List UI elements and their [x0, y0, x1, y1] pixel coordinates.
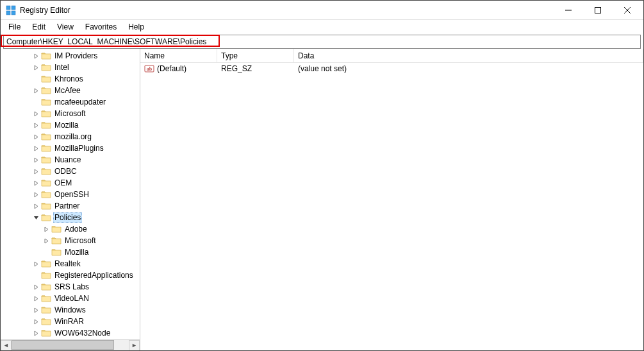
tree-item-label: Windows — [53, 305, 87, 314]
tree-item[interactable]: mozilla.org — [1, 131, 140, 142]
folder-icon — [41, 190, 51, 199]
chevron-right-icon[interactable] — [42, 225, 51, 234]
tree-item[interactable]: Mozilla — [1, 246, 140, 258]
tree-scroll[interactable]: IM ProvidersIntelKhronosMcAfeemcafeeupda… — [1, 49, 140, 339]
menu-view[interactable]: View — [52, 21, 79, 33]
tree-item-label: OpenSSH — [53, 190, 90, 199]
tree-item[interactable]: Windows — [1, 304, 140, 316]
folder-icon — [41, 86, 51, 95]
column-header-type[interactable]: Type — [217, 49, 294, 62]
folder-icon — [41, 178, 51, 187]
chevron-right-icon[interactable] — [31, 317, 40, 326]
folder-icon — [51, 248, 62, 257]
folder-icon — [41, 294, 51, 303]
chevron-right-icon[interactable] — [31, 294, 40, 303]
value-row[interactable]: ab(Default)REG_SZ(value not set) — [140, 63, 643, 74]
tree-item-label: Mozilla — [53, 121, 79, 130]
chevron-right-icon[interactable] — [31, 132, 40, 141]
tree-item-label: WOW6432Node — [53, 329, 111, 338]
tree-item[interactable]: SRS Labs — [1, 281, 140, 293]
tree-item[interactable]: WinRAR — [1, 316, 140, 327]
menu-file[interactable]: File — [3, 21, 26, 33]
tree-item[interactable]: IM Providers — [1, 50, 140, 62]
value-name: (Default) — [157, 64, 186, 73]
tree-item-label: OEM — [53, 178, 73, 187]
tree-item[interactable]: McAfee — [1, 85, 140, 96]
tree-item-label: Intel — [53, 63, 70, 72]
folder-icon — [41, 329, 51, 338]
tree-item[interactable]: MozillaPlugins — [1, 142, 140, 154]
tree-item[interactable]: Adobe — [1, 223, 140, 235]
chevron-right-icon[interactable] — [31, 201, 40, 210]
chevron-right-icon[interactable] — [31, 282, 40, 291]
chevron-right-icon[interactable] — [31, 121, 40, 130]
tree-item[interactable]: Microsoft — [1, 108, 140, 119]
scroll-right-arrow-icon[interactable]: ► — [129, 340, 140, 351]
folder-icon — [41, 213, 51, 222]
tree-item-label: SRS Labs — [53, 282, 90, 291]
folder-icon — [41, 121, 51, 130]
menu-favorites[interactable]: Favorites — [80, 21, 122, 33]
tree-item-label: Adobe — [63, 225, 88, 234]
chevron-right-icon[interactable] — [31, 190, 40, 199]
address-bar — [3, 35, 641, 49]
tree-item-label: Nuance — [53, 155, 82, 164]
tree-item-label: Mozilla — [63, 248, 90, 257]
svg-rect-5 — [595, 7, 601, 13]
registry-editor-window: Registry Editor File Edit View Favorites… — [0, 0, 644, 351]
chevron-right-icon[interactable] — [31, 51, 40, 60]
column-header-data[interactable]: Data — [294, 49, 643, 62]
chevron-right-icon[interactable] — [31, 109, 40, 118]
tree-item[interactable]: RegisteredApplications — [1, 270, 140, 281]
tree-item[interactable]: OEM — [1, 177, 140, 189]
scroll-track[interactable] — [12, 340, 129, 351]
tree-item[interactable]: mcafeeupdater — [1, 96, 140, 108]
chevron-right-icon[interactable] — [31, 63, 40, 72]
close-button[interactable] — [613, 1, 642, 20]
tree-item[interactable]: Policies — [1, 212, 140, 223]
column-header-name[interactable]: Name — [140, 49, 217, 62]
tree-item-label: ODBC — [53, 167, 78, 176]
folder-icon — [41, 132, 51, 141]
tree-item[interactable]: Mozilla — [1, 119, 140, 131]
chevron-right-icon[interactable] — [31, 178, 40, 187]
chevron-down-icon[interactable] — [31, 213, 40, 222]
tree-item-label: Partner — [53, 201, 81, 210]
folder-icon — [41, 259, 51, 268]
chevron-right-icon[interactable] — [31, 329, 40, 338]
tree-item[interactable]: Partner — [1, 200, 140, 212]
scroll-left-arrow-icon[interactable]: ◄ — [1, 340, 12, 351]
menubar: File Edit View Favorites Help — [1, 20, 643, 34]
tree-item-label: RegisteredApplications — [53, 271, 135, 280]
value-type: REG_SZ — [217, 64, 294, 73]
tree-item[interactable]: Realtek — [1, 258, 140, 270]
expander-placeholder — [31, 74, 40, 83]
chevron-right-icon[interactable] — [31, 305, 40, 314]
tree-item[interactable]: OpenSSH — [1, 189, 140, 200]
folder-icon — [41, 201, 51, 210]
folder-icon — [41, 98, 51, 107]
chevron-right-icon[interactable] — [31, 155, 40, 164]
tree-item[interactable]: Nuance — [1, 154, 140, 166]
registry-tree: IM ProvidersIntelKhronosMcAfeemcafeeupda… — [1, 49, 140, 339]
chevron-right-icon[interactable] — [31, 167, 40, 176]
tree-item[interactable]: Intel — [1, 62, 140, 73]
chevron-right-icon[interactable] — [31, 259, 40, 268]
chevron-right-icon[interactable] — [31, 144, 40, 153]
tree-item[interactable]: ODBC — [1, 166, 140, 177]
titlebar: Registry Editor — [1, 1, 643, 20]
minimize-button[interactable] — [554, 1, 583, 20]
tree-horizontal-scrollbar[interactable]: ◄ ► — [1, 339, 140, 350]
menu-help[interactable]: Help — [123, 21, 149, 33]
tree-item[interactable]: VideoLAN — [1, 293, 140, 304]
chevron-right-icon[interactable] — [42, 236, 51, 245]
tree-item[interactable]: WOW6432Node — [1, 327, 140, 339]
scroll-thumb[interactable] — [12, 340, 114, 350]
menu-edit[interactable]: Edit — [27, 21, 51, 33]
chevron-right-icon[interactable] — [31, 86, 40, 95]
address-input[interactable] — [4, 37, 640, 47]
tree-item[interactable]: Khronos — [1, 73, 140, 85]
folder-icon — [41, 63, 51, 72]
tree-item[interactable]: Microsoft — [1, 235, 140, 246]
maximize-button[interactable] — [583, 1, 613, 20]
